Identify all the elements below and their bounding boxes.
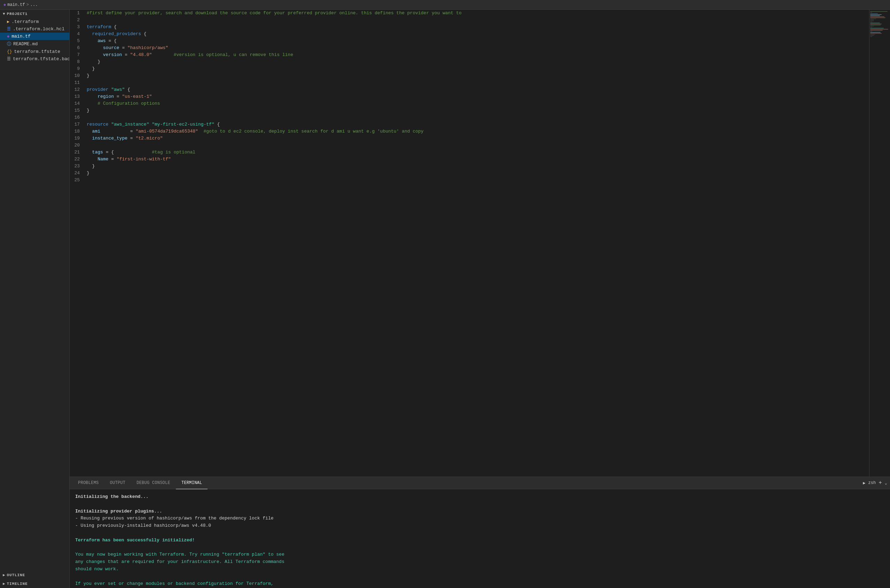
line-content: aws = { [85,38,869,45]
json-icon: {} [7,50,12,54]
sidebar-item-label: terraform.tfstate.backup [13,56,69,62]
line-number: 6 [70,45,85,51]
outline-label: OUTLINE [7,573,25,577]
line-number: 24 [70,170,85,177]
line-content: ami = "ami-0574da719dca65348" #goto to d… [85,128,869,135]
line-number: 9 [70,65,85,72]
tab-debug-console-label: DEBUG CONSOLE [137,480,170,485]
line-number: 12 [70,86,85,93]
sidebar-item-label: .terraform.lock.hcl [13,27,65,32]
line-number: 11 [70,80,85,86]
folder-icon: ▶ [7,19,9,24]
table-row: 19 instance_type = "t2.micro" [70,135,869,142]
line-number: 20 [70,142,85,149]
bottom-panel: PROBLEMS OUTPUT DEBUG CONSOLE TERMINAL ▶… [70,477,890,588]
table-row: 5 aws = { [70,38,869,45]
line-content: resource "aws_instance" "my-first-ec2-us… [85,121,869,128]
table-row: 24} [70,170,869,177]
line-content: } [85,170,869,177]
table-row: 22 Name = "first-inst-with-tf" [70,156,869,163]
project-label: PROJECT1 [7,12,27,16]
table-row: 15} [70,107,869,114]
line-number: 16 [70,114,85,121]
term-line-3: - Reusing previous version of hashicorp/… [75,515,884,522]
project-header[interactable]: ▼ PROJECT1 [0,10,69,18]
line-number: 10 [70,72,85,80]
sidebar-item-main-tf[interactable]: ◆ main.tf [0,33,69,40]
sidebar-item-tfstate-backup[interactable]: ☰ terraform.tfstate.backup [0,56,69,63]
table-row: 6 source = "hashicorp/aws" [70,45,869,51]
tab-debug-console[interactable]: DEBUG CONSOLE [131,477,176,489]
sidebar-item-tfstate[interactable]: {} terraform.tfstate [0,48,69,56]
line-content: Name = "first-inst-with-tf" [85,156,869,163]
line-number: 18 [70,128,85,135]
tab-terminal[interactable]: TERMINAL [176,477,208,489]
terminal-content[interactable]: Initializing the backend... Initializing… [70,489,890,588]
line-number: 21 [70,149,85,156]
line-content: # Configuration options [85,100,869,107]
terminal-shell-label: zsh [868,480,876,485]
table-row: 13 region = "us-east-1" [70,93,869,100]
panel-tabs-left: PROBLEMS OUTPUT DEBUG CONSOLE TERMINAL [72,477,207,489]
line-content: } [85,65,869,72]
line-content [85,142,869,149]
table-row: 4 required_providers { [70,31,869,38]
breadcrumb-more: ... [30,2,38,7]
sidebar-item-lock-hcl[interactable]: ☰ .terraform.lock.hcl [0,26,69,33]
list-icon: ☰ [7,56,11,62]
line-content: required_providers { [85,31,869,38]
code-view[interactable]: 1#first define your provider, search and… [70,10,869,477]
sidebar-item-label: .terraform [12,19,39,24]
line-number: 4 [70,31,85,38]
line-content: } [85,107,869,114]
line-number: 15 [70,107,85,114]
line-content [85,114,869,121]
term-line-6: You may now begin working with Terraform… [75,551,884,573]
table-row: 20 [70,142,869,149]
line-content: } [85,72,869,80]
sidebar-item-readme[interactable]: ⓘ README.md [0,40,69,48]
term-line-5: Terraform has been successfully initiali… [75,537,884,544]
table-row: 9 } [70,65,869,72]
sidebar: ▼ PROJECT1 ▶ .terraform ☰ .terraform.loc… [0,10,70,588]
line-content: instance_type = "t2.micro" [85,135,869,142]
editor-with-minimap: 1#first define your provider, search and… [70,10,890,477]
table-row: 18 ami = "ami-0574da719dca65348" #goto t… [70,128,869,135]
minimap [869,10,890,477]
line-number: 17 [70,121,85,128]
table-row: 1#first define your provider, search and… [70,10,869,17]
chevron-down-icon: ▼ [3,12,5,16]
line-number: 13 [70,93,85,100]
line-number: 23 [70,163,85,170]
line-content: } [85,58,869,65]
minimap-content [869,10,890,39]
sidebar-item-label: terraform.tfstate [14,49,60,54]
table-row: 12provider "aws" { [70,86,869,93]
tab-terminal-label: TERMINAL [181,480,202,485]
breadcrumb: ◆ main.tf > ... [3,2,38,7]
tab-problems[interactable]: PROBLEMS [72,477,104,489]
outline-section[interactable]: ▶ OUTLINE [0,571,69,579]
line-content: region = "us-east-1" [85,93,869,100]
table-row: 14 # Configuration options [70,100,869,107]
line-content [85,17,869,24]
sidebar-item-terraform-folder[interactable]: ▶ .terraform [0,18,69,26]
hcl-icon: ☰ [7,27,11,32]
line-content [85,80,869,86]
editor-area: 1#first define your provider, search and… [70,10,890,588]
term-line-2: Initializing provider plugins... [75,508,884,515]
line-number: 22 [70,156,85,163]
split-terminal-button[interactable]: ⌄ [885,480,887,486]
table-row: 21 tags = { #tag is optional [70,149,869,156]
line-content: tags = { #tag is optional [85,149,869,156]
tab-output[interactable]: OUTPUT [104,477,131,489]
sidebar-item-label: main.tf [12,34,31,39]
line-number: 1 [70,10,85,17]
timeline-section[interactable]: ▶ TIMELINE [0,579,69,588]
chevron-right-icon: ▶ [3,581,6,586]
add-terminal-button[interactable]: + [878,480,882,486]
line-number: 2 [70,17,85,24]
top-bar: ◆ main.tf > ... [0,0,890,10]
line-number: 19 [70,135,85,142]
tab-output-label: OUTPUT [110,480,126,485]
